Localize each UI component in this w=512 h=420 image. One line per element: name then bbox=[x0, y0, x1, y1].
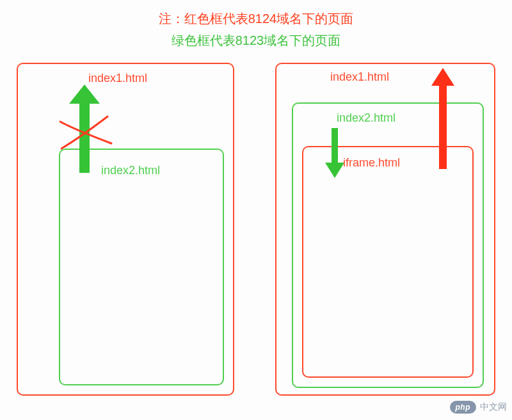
right-diagram: index1.html index2.html iframe.html bbox=[275, 63, 495, 397]
right-inner-frame bbox=[302, 146, 474, 378]
arrow-down-green-icon bbox=[324, 128, 346, 179]
header-note-green: 绿色框代表8123域名下的页面 bbox=[0, 29, 512, 51]
svg-marker-1 bbox=[69, 85, 100, 104]
watermark: php 中文网 bbox=[450, 401, 508, 414]
arrow-up-blocked bbox=[55, 85, 119, 181]
arrow-up-red-icon bbox=[430, 68, 456, 170]
diagram-panels: index1.html index2.html index1.html inde… bbox=[0, 51, 512, 397]
watermark-text: 中文网 bbox=[480, 401, 507, 413]
left-inner-frame bbox=[59, 149, 224, 385]
right-mid-label: index2.html bbox=[337, 111, 396, 125]
header-note-red: 注：红色框代表8124域名下的页面 bbox=[0, 8, 512, 29]
right-inner-label: iframe.html bbox=[343, 156, 400, 170]
left-outer-label: index1.html bbox=[88, 72, 147, 85]
left-diagram: index1.html index2.html bbox=[17, 63, 234, 397]
svg-marker-5 bbox=[431, 68, 454, 86]
svg-marker-3 bbox=[325, 163, 344, 178]
svg-rect-2 bbox=[332, 128, 338, 165]
svg-rect-4 bbox=[439, 82, 447, 169]
right-outer-label: index1.html bbox=[330, 70, 389, 84]
watermark-badge: php bbox=[450, 401, 477, 414]
diagram-header: 注：红色框代表8124域名下的页面 绿色框代表8123域名下的页面 bbox=[0, 0, 512, 51]
